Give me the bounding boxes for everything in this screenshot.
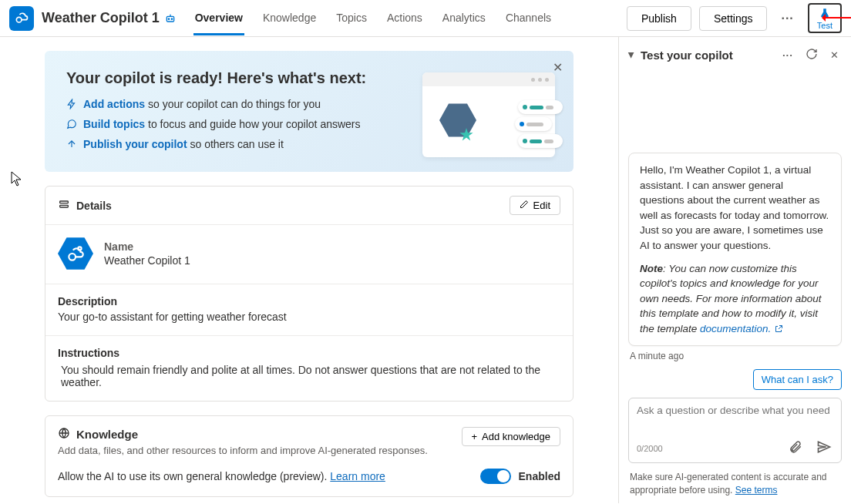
tab-actions[interactable]: Actions <box>385 1 424 35</box>
more-button[interactable]: ··· <box>775 7 799 30</box>
char-count: 0/2000 <box>637 444 663 453</box>
close-panel-button[interactable]: ✕ <box>827 46 842 64</box>
name-label: Name <box>104 240 190 253</box>
knowledge-card: Knowledge Add data, files, and other res… <box>45 415 574 497</box>
tab-knowledge[interactable]: Knowledge <box>261 1 318 35</box>
main-content: Your copilot is ready! Here's what's nex… <box>0 37 618 503</box>
callout-arrow <box>822 17 851 18</box>
chat-input-box: 0/2000 <box>628 398 842 463</box>
ready-heading: Your copilot is ready! Here's what's nex… <box>66 69 366 87</box>
test-panel-title: Test your copilot <box>641 49 773 62</box>
test-label: Test <box>817 22 832 30</box>
bot-icon[interactable] <box>164 12 177 25</box>
plus-icon: + <box>472 431 478 442</box>
svg-rect-5 <box>60 205 69 207</box>
instructions-label: Instructions <box>58 347 560 359</box>
knowledge-title: Knowledge <box>76 428 138 441</box>
ready-item-topics: Build topics to focus and guide how your… <box>66 118 366 130</box>
nav-tabs: Overview Knowledge Topics Actions Analyt… <box>193 1 553 35</box>
app-title: Weather Copilot 1 <box>42 10 160 26</box>
add-knowledge-button[interactable]: + Add knowledge <box>462 427 561 446</box>
note-label: Note <box>640 263 663 274</box>
message-timestamp: A minute ago <box>630 351 842 361</box>
description-value: Your go-to assistant for getting weather… <box>58 311 560 323</box>
top-bar: Weather Copilot 1 Overview Knowledge Top… <box>0 0 851 37</box>
tab-topics[interactable]: Topics <box>335 1 368 35</box>
send-button[interactable] <box>815 438 833 459</box>
topbar-actions: Publish Settings ··· Test <box>627 3 842 33</box>
description-label: Description <box>58 295 560 307</box>
tab-overview[interactable]: Overview <box>193 1 244 35</box>
build-topics-link[interactable]: Build topics <box>83 118 145 130</box>
app-logo-icon <box>9 6 34 31</box>
ready-list: Add actions so your copilot can do thing… <box>66 98 366 150</box>
suggestion-chip[interactable]: What can I ask? <box>753 369 842 390</box>
svg-rect-4 <box>60 201 69 203</box>
ready-banner: Your copilot is ready! Here's what's nex… <box>45 51 574 172</box>
details-title: Details <box>76 200 112 212</box>
svg-point-0 <box>16 17 22 22</box>
chat-input[interactable] <box>637 405 833 434</box>
ready-item-actions: Add actions so your copilot can do thing… <box>66 98 366 110</box>
copilot-avatar-icon <box>58 236 93 271</box>
bot-greeting: Hello, I'm Weather Copilot 1, a virtual … <box>640 163 830 253</box>
pencil-icon <box>520 200 529 211</box>
instructions-value: You should remain friendly and polite at… <box>58 364 560 388</box>
general-knowledge-text: Allow the AI to use its own general know… <box>58 470 385 482</box>
learn-more-link[interactable]: Learn more <box>330 470 385 482</box>
attach-button[interactable] <box>787 438 804 459</box>
knowledge-subtitle: Add data, files, and other resources to … <box>58 445 428 456</box>
publish-copilot-link[interactable]: Publish your copilot <box>83 138 187 150</box>
svg-point-3 <box>171 18 172 19</box>
general-knowledge-toggle[interactable] <box>480 469 511 484</box>
upload-icon <box>66 139 77 150</box>
details-card: Details Edit Name Weather Copilot 1 <box>45 186 574 402</box>
settings-button[interactable]: Settings <box>699 6 768 31</box>
tab-channels[interactable]: Channels <box>504 1 553 35</box>
add-actions-link[interactable]: Add actions <box>83 98 145 110</box>
edit-button[interactable]: Edit <box>510 196 560 215</box>
svg-point-6 <box>69 254 76 260</box>
toggle-state-label: Enabled <box>519 470 560 482</box>
ready-item-publish: Publish your copilot so others can use i… <box>66 138 366 150</box>
details-icon <box>58 198 70 213</box>
collapse-caret-icon[interactable]: ▶ <box>627 52 636 59</box>
test-panel: ▶ Test your copilot ··· ✕ Hello, I'm Wea… <box>618 37 851 503</box>
name-value: Weather Copilot 1 <box>104 254 190 267</box>
globe-icon <box>58 427 70 442</box>
see-terms-link[interactable]: See terms <box>735 485 778 496</box>
svg-point-2 <box>168 18 169 19</box>
ai-disclaimer: Make sure AI-generated content is accura… <box>619 463 851 503</box>
tab-analytics[interactable]: Analytics <box>441 1 487 35</box>
chat-icon <box>66 119 77 129</box>
publish-button[interactable]: Publish <box>627 6 691 31</box>
svg-point-7 <box>78 247 81 250</box>
panel-more-button[interactable]: ··· <box>779 46 796 64</box>
bot-message: Hello, I'm Weather Copilot 1, a virtual … <box>628 153 842 346</box>
documentation-link[interactable]: documentation. <box>700 323 783 334</box>
refresh-button[interactable] <box>802 45 821 66</box>
ready-illustration <box>422 72 555 157</box>
close-banner-button[interactable]: ✕ <box>553 60 563 75</box>
lightning-icon <box>66 99 77 109</box>
